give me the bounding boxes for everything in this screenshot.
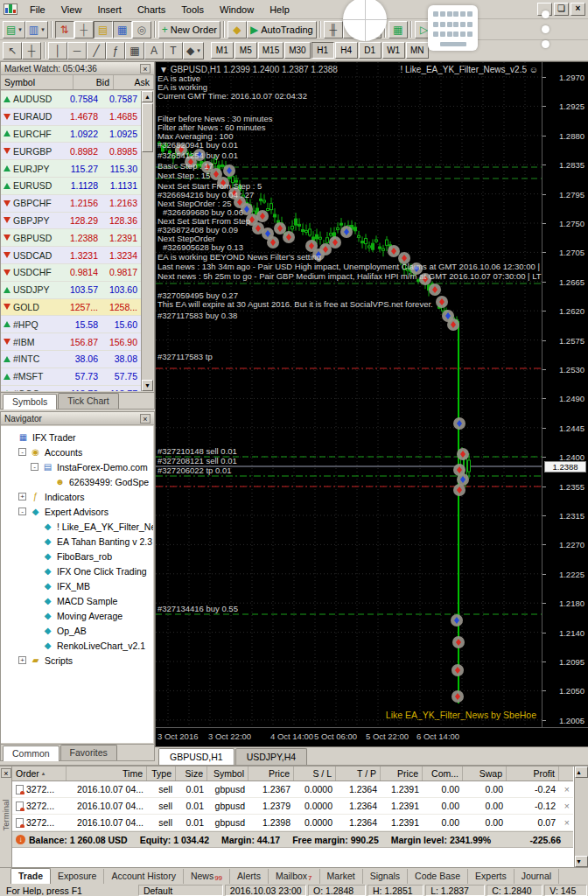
tree-item-moving-average[interactable]: ◆Moving Average (1, 608, 153, 623)
tab-news[interactable]: News99 (184, 869, 230, 884)
column-header-swap[interactable]: Swap (463, 766, 507, 780)
tree-item-indicators[interactable]: +ƒIndicators (1, 489, 153, 504)
column-header-ask[interactable]: Ask (114, 75, 154, 89)
market-watch-row[interactable]: EURAUD1.46781.4685 (1, 108, 141, 126)
chart-tab-gbpusd-h1[interactable]: GBPUSD,H1 (158, 748, 234, 765)
market-watch-row[interactable]: USDJPY103.57103.60 (1, 282, 141, 299)
order-row[interactable]: 3272...2016.10.07 04...sell0.01gbpusd1.2… (12, 798, 573, 815)
timeframe-m5[interactable]: M5 (234, 42, 257, 59)
market-watch-row[interactable]: #QQQ118.72118.77 (1, 386, 141, 391)
timeframe-mn[interactable]: MN (406, 42, 429, 59)
tab-symbols[interactable]: Symbols (3, 394, 57, 410)
collapse-icon[interactable]: - (18, 508, 26, 515)
market-watch-row[interactable]: EURUSD1.11281.1131 (1, 178, 141, 195)
scroll-down-icon[interactable]: ▼ (142, 380, 153, 391)
indicators-button[interactable]: ▷ (415, 21, 434, 38)
line-chart-button[interactable]: ╱ (362, 21, 382, 38)
tree-item-fibobars-rob[interactable]: ◆FiboBars_rob (1, 549, 153, 564)
order-cell[interactable]: × (559, 801, 573, 811)
time-axis[interactable]: 3 Oct 20163 Oct 22:004 Oct 14:005 Oct 06… (156, 727, 588, 746)
restore-button[interactable]: ❏ (554, 3, 569, 16)
tree-item-like-ea-yk-filter-ne[interactable]: ◆! Like_EA_YK_Filter_Ne (1, 519, 153, 534)
column-header-sl[interactable]: S / L (294, 766, 336, 780)
tree-item-accounts[interactable]: -◉Accounts (1, 444, 153, 459)
menu-window[interactable]: Window (212, 2, 262, 18)
tree-item-ifx-trader[interactable]: ▦IFX Trader (1, 430, 153, 444)
data-window-toggle[interactable]: ┼ (74, 21, 94, 38)
bar-chart-button[interactable]: ╫ (324, 21, 343, 38)
market-watch-row[interactable]: GOLD1257...1258... (1, 299, 141, 317)
close-icon[interactable]: × (140, 64, 150, 74)
tree-item-renkolivechart-v2-1[interactable]: ◆RenkoLiveChart_v2.1 (1, 638, 153, 653)
menu-file[interactable]: File (22, 2, 53, 18)
market-watch-row[interactable]: AUDUSD0.75840.7587 (1, 91, 141, 108)
timeframe-d1[interactable]: D1 (359, 42, 382, 59)
tree-item-62639499-godspe[interactable]: ☻62639499: GodSpe (1, 474, 153, 489)
chart-tab-usdjpy-h4[interactable]: USDJPY,H4 (235, 748, 307, 765)
crosshair-tool[interactable]: ┼ (22, 42, 41, 60)
column-header-order[interactable]: Order ▴ (12, 766, 66, 780)
tree-item-macd-sample[interactable]: ◆MACD Sample (1, 593, 153, 608)
tree-item-scripts[interactable]: +▰Scripts (1, 653, 153, 668)
close-button[interactable]: × (570, 3, 585, 16)
column-header-symbol[interactable]: Symbol (1, 75, 74, 89)
market-watch-row[interactable]: GBPUSD1.23881.2391 (1, 229, 141, 247)
scroll-up-icon[interactable]: ▲ (575, 766, 588, 778)
market-watch-row[interactable]: #IBM156.87156.90 (1, 333, 141, 351)
timeframe-h1[interactable]: H1 (312, 42, 334, 59)
minimize-button[interactable]: _ (537, 3, 552, 16)
timeframe-m15[interactable]: M15 (258, 42, 284, 59)
collapse-icon[interactable]: - (18, 448, 26, 456)
column-header-symbol[interactable]: Symbol (207, 766, 248, 780)
tab-code-base[interactable]: Code Base (408, 869, 468, 884)
timeframe-m30[interactable]: M30 (284, 42, 310, 59)
market-watch-row[interactable]: EURJPY115.27115.30 (1, 160, 141, 178)
market-watch-row[interactable]: GBPJPY128.29128.36 (1, 213, 141, 230)
tab-signals[interactable]: Signals (363, 869, 408, 884)
order-cell[interactable]: × (559, 817, 573, 828)
grid-tool[interactable]: ▦ (125, 42, 144, 60)
tab-exposure[interactable]: Exposure (51, 869, 104, 884)
market-watch-row[interactable]: USDCHF0.98140.9817 (1, 264, 141, 282)
order-row[interactable]: 3272...2016.10.07 04...sell0.01gbpusd1.2… (12, 781, 573, 798)
column-header-tp[interactable]: T / P (336, 766, 381, 780)
tab-common[interactable]: Common (3, 746, 60, 761)
tab-alerts[interactable]: Alerts (230, 869, 269, 884)
collapse-icon[interactable]: - (31, 463, 38, 471)
tab-favorites[interactable]: Favorites (60, 745, 117, 760)
order-row[interactable]: 3272...2016.10.07 04...sell0.01gbpusd1.2… (12, 815, 573, 831)
tab-trade[interactable]: Trade (10, 868, 51, 884)
tree-item-ea-tahan-banting-v-2-3[interactable]: ◆EA Tahan Banting v 2.3 (1, 534, 153, 549)
tab-account-history[interactable]: Account History (104, 869, 184, 884)
column-header-price[interactable]: Price (248, 766, 294, 780)
menu-help[interactable]: Help (262, 2, 298, 18)
tree-item-instaforex-demo-com[interactable]: -▤InstaForex-Demo.com (1, 459, 153, 474)
horizontal-line-tool[interactable]: ─ (67, 42, 87, 60)
tab-market[interactable]: Market (320, 869, 363, 884)
timeframe-m1[interactable]: M1 (211, 42, 234, 59)
tree-item-expert-advisors[interactable]: -◆Expert Advisors (1, 504, 153, 519)
market-watch-row[interactable]: EURCHF1.09221.0925 (1, 126, 141, 144)
terminal-scrollbar[interactable]: ▲ ▼ (574, 766, 588, 867)
scrollbar-thumb[interactable] (142, 103, 153, 152)
candlestick-button[interactable]: ▮ (343, 21, 362, 38)
column-header-price[interactable]: Price (381, 766, 423, 780)
market-watch-row[interactable]: #INTC38.0638.08 (1, 351, 141, 368)
expand-icon[interactable]: + (18, 493, 26, 500)
column-header-size[interactable]: Size (176, 766, 207, 780)
strategy-tester-toggle[interactable]: ◎ (132, 21, 151, 38)
tab-tick-chart[interactable]: Tick Chart (58, 393, 118, 409)
metaeditor-button[interactable]: ◆ (228, 21, 247, 38)
column-header-time[interactable]: Time (66, 766, 147, 780)
trendline-tool[interactable]: ╱ (87, 42, 106, 60)
menu-insert[interactable]: Insert (89, 2, 130, 18)
zoom-in-button[interactable]: ⊕ (434, 21, 453, 38)
cursor-tool[interactable]: ↖ (3, 42, 22, 60)
tile-windows-button[interactable]: ▦ (388, 21, 408, 38)
terminal-toggle[interactable]: ▦ (113, 21, 132, 38)
close-icon[interactable]: × (140, 414, 150, 424)
new-order-button[interactable]: +New Order (158, 21, 220, 38)
profiles-button[interactable]: ▥▾ (25, 21, 48, 38)
vertical-line-tool[interactable]: │ (48, 42, 67, 60)
chat-button[interactable]: ✉ (453, 21, 472, 38)
